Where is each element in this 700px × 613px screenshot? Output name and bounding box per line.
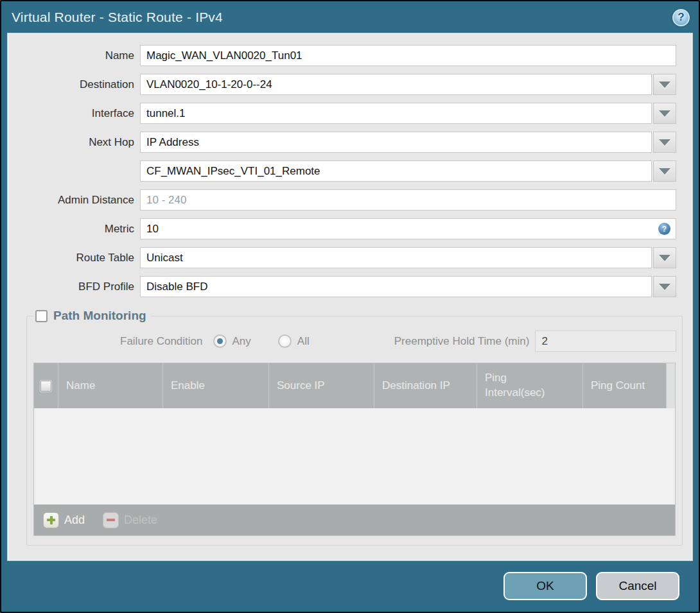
name-label: Name <box>8 49 140 62</box>
table-toolbar: Add Delete <box>34 505 675 535</box>
table-body-empty <box>34 408 675 505</box>
ok-button[interactable]: OK <box>503 572 587 600</box>
chevron-down-icon <box>659 255 670 261</box>
add-button[interactable]: Add <box>43 512 85 528</box>
column-header-ping-interval: Ping Interval(sec) <box>477 363 582 408</box>
table-header: Name Enable Source IP Destination IP Pin… <box>34 363 675 408</box>
next-hop-address-input[interactable] <box>140 160 652 182</box>
path-monitoring-table: Name Enable Source IP Destination IP Pin… <box>33 363 676 536</box>
metric-help-icon[interactable]: ? <box>658 223 670 235</box>
bfd-profile-dropdown-button[interactable] <box>653 276 676 297</box>
destination-row: Destination <box>8 74 684 95</box>
metric-input[interactable] <box>140 218 676 239</box>
dialog-body: Name Destination Interface <box>8 33 692 560</box>
interface-dropdown-button[interactable] <box>653 103 676 124</box>
failure-condition-any-label[interactable]: Any <box>232 335 251 348</box>
bfd-profile-input[interactable] <box>140 276 652 297</box>
admin-distance-row: Admin Distance <box>8 189 684 211</box>
select-all-checkbox[interactable] <box>40 380 52 392</box>
help-icon[interactable]: ? <box>672 9 690 26</box>
path-monitoring-section: Path Monitoring Failure Condition Any Al… <box>26 309 683 546</box>
chevron-down-icon <box>659 139 670 146</box>
bfd-profile-label: BFD Profile <box>8 281 140 293</box>
interface-input[interactable] <box>140 103 652 124</box>
column-header-enable: Enable <box>162 363 268 408</box>
column-header-source-ip: Source IP <box>268 363 374 408</box>
column-header-ping-count: Ping Count <box>582 363 666 408</box>
delete-button[interactable]: Delete <box>103 512 157 528</box>
interface-label: Interface <box>8 107 140 120</box>
static-route-dialog: Virtual Router - Static Route - IPv4 ? N… <box>0 0 700 613</box>
next-hop-type-input[interactable] <box>140 132 652 153</box>
next-hop-address-row <box>8 160 684 182</box>
route-table-dropdown-button[interactable] <box>653 247 676 268</box>
failure-condition-label: Failure Condition <box>120 335 203 348</box>
failure-condition-row: Failure Condition Any All Preemptive Hol… <box>33 331 676 352</box>
failure-condition-all-label[interactable]: All <box>297 335 310 348</box>
chevron-down-icon <box>659 168 670 175</box>
admin-distance-input[interactable] <box>140 189 676 211</box>
dialog-titlebar: Virtual Router - Static Route - IPv4 ? <box>1 1 699 33</box>
table-scrollbar-track[interactable] <box>666 363 675 408</box>
path-monitoring-legend: Path Monitoring <box>34 309 151 323</box>
cancel-button[interactable]: Cancel <box>596 572 679 600</box>
table-header-checkbox-cell <box>34 363 58 408</box>
chevron-down-icon <box>659 82 670 88</box>
column-header-destination-ip: Destination IP <box>374 363 477 408</box>
preemptive-hold-time-label: Preemptive Hold Time (min) <box>394 335 530 348</box>
failure-condition-all-radio[interactable] <box>278 334 292 348</box>
dialog-footer: OK Cancel <box>1 560 699 612</box>
next-hop-label: Next Hop <box>8 136 140 149</box>
preemptive-hold-time-input[interactable] <box>535 331 676 352</box>
failure-condition-any-radio[interactable] <box>213 334 227 348</box>
next-hop-row: Next Hop <box>8 132 684 153</box>
destination-dropdown-button[interactable] <box>653 74 676 95</box>
route-table-label: Route Table <box>8 252 140 264</box>
metric-label: Metric <box>8 223 140 236</box>
next-hop-address-dropdown-button[interactable] <box>653 160 676 182</box>
interface-row: Interface <box>8 103 684 124</box>
destination-input[interactable] <box>140 74 652 95</box>
chevron-down-icon <box>659 110 670 117</box>
next-hop-type-dropdown-button[interactable] <box>653 132 676 153</box>
dialog-title: Virtual Router - Static Route - IPv4 <box>12 10 223 25</box>
metric-row: Metric ? <box>8 218 684 239</box>
chevron-down-icon <box>659 284 670 290</box>
admin-distance-label: Admin Distance <box>8 194 140 207</box>
name-input[interactable] <box>140 45 676 66</box>
route-table-input[interactable] <box>140 247 652 268</box>
plus-icon <box>43 512 59 528</box>
minus-icon <box>103 512 119 528</box>
column-header-name: Name <box>58 363 162 408</box>
destination-label: Destination <box>8 78 140 91</box>
path-monitoring-title: Path Monitoring <box>53 309 146 323</box>
name-row: Name <box>8 45 684 66</box>
path-monitoring-checkbox[interactable] <box>35 310 48 322</box>
bfd-profile-row: BFD Profile <box>8 276 684 297</box>
route-table-row: Route Table <box>8 247 684 268</box>
